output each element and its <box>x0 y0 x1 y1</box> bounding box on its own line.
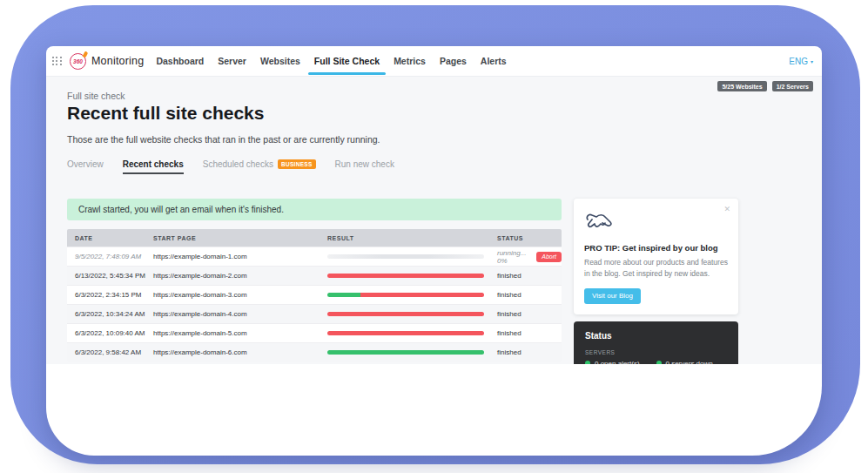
tabs-bar: OverviewRecent checksScheduled checksBUS… <box>67 159 394 174</box>
screenshot-canvas: 360 Monitoring DashboardServerWebsitesFu… <box>0 0 868 473</box>
cell-date: 6/13/2022, 5:45:34 PM <box>67 272 145 280</box>
checks-table: DATESTART PAGERESULTSTATUS 9/5/2022, 7:4… <box>67 229 562 362</box>
table-row: 6/3/2022, 2:34:15 PMhttps://example-doma… <box>67 285 562 304</box>
abort-button[interactable]: Abort <box>536 252 562 262</box>
red-segment <box>360 293 484 297</box>
tab-recent-checks[interactable]: Recent checks <box>123 159 184 174</box>
green-dot-icon <box>585 361 590 364</box>
cell-date: 9/5/2022, 7:48:09 AM <box>67 253 145 260</box>
tab-overview[interactable]: Overview <box>67 159 104 174</box>
cell-date: 6/3/2022, 9:58:42 AM <box>67 348 145 356</box>
brand-360-icon: 360 <box>70 53 86 70</box>
cell-status: finished <box>489 272 562 280</box>
result-progress-bar <box>327 331 484 335</box>
status-item-label: 0 servers down <box>666 360 713 365</box>
visit-blog-button[interactable]: Visit our Blog <box>584 288 641 304</box>
red-segment <box>327 312 484 316</box>
result-progress-bar <box>327 312 484 316</box>
flame-accent-icon <box>83 51 89 57</box>
green-segment <box>327 350 484 355</box>
logo-text: 360 <box>73 58 83 64</box>
green-dot-icon <box>656 361 662 364</box>
cell-result <box>320 312 489 316</box>
app-viewport: 5/25 Websites1/2 Servers Full site check… <box>46 77 822 364</box>
result-progress-bar <box>327 293 484 297</box>
page-description: Those are the full website checks that r… <box>67 134 380 145</box>
cell-start-page-link[interactable]: https://example-domain-3.com <box>145 291 320 299</box>
quota-badges: 5/25 Websites1/2 Servers <box>717 81 813 91</box>
tab-label: Scheduled checks <box>203 159 273 169</box>
cell-status: running... 0%Abort <box>489 249 562 265</box>
cell-result <box>320 331 489 335</box>
protip-body: Read more about our products and feature… <box>584 257 728 280</box>
cell-result <box>320 350 489 355</box>
red-segment <box>327 274 484 278</box>
red-segment <box>327 331 484 335</box>
table-row: 6/3/2022, 9:58:42 AMhttps://example-doma… <box>67 342 562 362</box>
apps-grid-icon[interactable] <box>52 57 62 66</box>
status-text: running... 0% <box>497 249 531 265</box>
tab-label: Run new check <box>335 159 394 169</box>
column-header-start-page: START PAGE <box>145 235 320 241</box>
business-badge: BUSINESS <box>278 159 316 169</box>
table-row: 6/13/2022, 5:45:34 PMhttps://example-dom… <box>67 266 562 285</box>
nav-item-alerts[interactable]: Alerts <box>481 56 507 66</box>
nav-item-metrics[interactable]: Metrics <box>394 56 426 66</box>
column-header-status: STATUS <box>489 235 562 241</box>
pending-bar <box>327 254 484 259</box>
quota-badge-1-2-servers: 1/2 Servers <box>772 81 813 91</box>
top-navbar: 360 Monitoring DashboardServerWebsitesFu… <box>46 46 822 77</box>
language-label: ENG <box>789 57 808 66</box>
success-banner: Crawl started, you will get an email whe… <box>67 199 562 220</box>
cell-start-page-link[interactable]: https://example-domain-5.com <box>145 329 320 337</box>
cell-start-page-link[interactable]: https://example-domain-2.com <box>145 272 320 280</box>
nav-item-server[interactable]: Server <box>218 56 246 66</box>
table-row: 9/5/2022, 7:48:09 AMhttps://example-doma… <box>67 247 562 266</box>
cell-date: 6/3/2022, 2:34:15 PM <box>67 291 145 299</box>
close-icon[interactable]: ✕ <box>723 205 730 213</box>
cell-status: finished <box>489 329 562 337</box>
cell-result <box>320 274 489 278</box>
tab-run-new-check[interactable]: Run new check <box>335 159 394 174</box>
tab-label: Recent checks <box>123 159 184 169</box>
nav-item-pages[interactable]: Pages <box>440 56 467 66</box>
table-header: DATESTART PAGERESULTSTATUS <box>67 229 562 247</box>
quota-badge-5-25-websites: 5/25 Websites <box>717 81 766 91</box>
status-section-label-servers: SERVERS <box>585 349 727 355</box>
cell-start-page-link[interactable]: https://example-domain-4.com <box>145 310 320 318</box>
tab-scheduled-checks[interactable]: Scheduled checksBUSINESS <box>203 159 316 174</box>
chevron-down-icon: ▾ <box>811 58 813 64</box>
status-item-label: 0 open alert(s) <box>595 360 640 365</box>
column-header-date: DATE <box>67 235 145 241</box>
nav-item-full-site-check[interactable]: Full Site Check <box>314 56 380 66</box>
protip-title: PRO TIP: Get inspired by our blog <box>584 243 728 253</box>
status-item-0-open-alert-s: 0 open alert(s) <box>585 360 656 365</box>
language-selector[interactable]: ENG ▾ <box>789 57 813 66</box>
nav-item-websites[interactable]: Websites <box>260 56 300 66</box>
brand-logo[interactable]: 360 Monitoring <box>70 53 144 70</box>
nav-items: DashboardServerWebsitesFull Site CheckMe… <box>156 56 506 66</box>
cell-start-page-link[interactable]: https://example-domain-1.com <box>145 253 320 260</box>
status-sections: SERVERS0 open alert(s)0 servers downWEBS… <box>585 349 727 365</box>
cell-status: finished <box>489 310 562 318</box>
status-item-0-servers-down: 0 servers down <box>656 360 728 365</box>
table-body: 9/5/2022, 7:48:09 AMhttps://example-doma… <box>67 247 562 362</box>
checks-column: Crawl started, you will get an email whe… <box>67 199 562 362</box>
status-text: finished <box>497 329 521 337</box>
content-area: Crawl started, you will get an email whe… <box>67 199 738 364</box>
status-card: Status SERVERS0 open alert(s)0 servers d… <box>574 321 738 365</box>
cell-start-page-link[interactable]: https://example-domain-6.com <box>145 348 320 356</box>
result-progress-bar <box>327 274 484 278</box>
app-window: 360 Monitoring DashboardServerWebsitesFu… <box>46 46 822 456</box>
result-progress-bar <box>327 254 484 259</box>
cell-status: finished <box>489 348 562 356</box>
nav-item-dashboard[interactable]: Dashboard <box>156 56 204 66</box>
brand-name: Monitoring <box>91 55 144 67</box>
handshake-icon <box>584 209 616 232</box>
sidebar-column: ✕ PRO TIP: Get inspired by our blog Read… <box>574 199 738 364</box>
status-text: finished <box>497 272 521 280</box>
protip-card: ✕ PRO TIP: Get inspired by our blog Read… <box>574 199 738 314</box>
cell-status: finished <box>489 291 562 299</box>
cell-result <box>320 293 489 297</box>
column-header-result: RESULT <box>320 235 489 241</box>
